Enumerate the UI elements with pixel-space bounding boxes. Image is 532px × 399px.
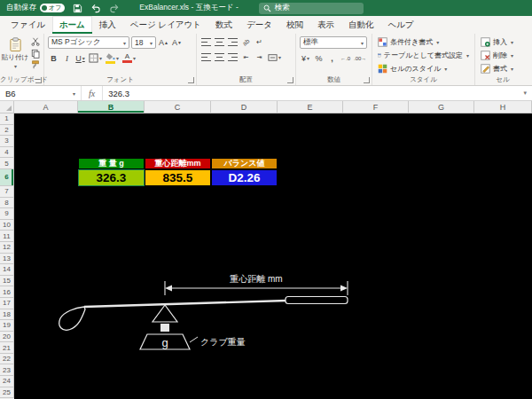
increase-decimal-button[interactable]: ←.0 xyxy=(340,52,351,64)
format-painter-button[interactable] xyxy=(29,59,41,70)
row-header-12[interactable]: 12 xyxy=(0,242,14,254)
row-header-17[interactable]: 17 xyxy=(0,298,14,309)
column-header-e[interactable]: E xyxy=(278,101,343,113)
row-header-20[interactable]: 20 xyxy=(0,332,14,343)
align-bottom-button[interactable] xyxy=(227,36,239,48)
insert-cells-button[interactable]: 挿入 ▾ xyxy=(479,36,527,49)
row-header-6[interactable]: 6 xyxy=(0,169,14,186)
name-box[interactable]: B6 ▾ xyxy=(0,86,82,100)
conditional-formatting-button[interactable]: 条件付き書式 ▾ xyxy=(376,36,471,49)
decrease-font-size-button[interactable]: A▼ xyxy=(171,37,183,49)
cell-B5[interactable]: 重 量 g xyxy=(78,158,145,169)
fill-color-button[interactable]: ▾ xyxy=(105,52,120,64)
row-header-1[interactable]: 1 xyxy=(0,113,14,125)
align-left-button[interactable] xyxy=(200,51,212,63)
sheet-canvas[interactable]: 重心距離 mm g クラブ重量 重 量 g重心距離mmバランス値326.3835… xyxy=(14,113,532,399)
row-header-5[interactable]: 5 xyxy=(0,158,14,169)
column-header-a[interactable]: A xyxy=(14,101,78,113)
align-right-button[interactable] xyxy=(227,51,239,63)
align-middle-button[interactable] xyxy=(214,36,225,48)
cell-styles-button[interactable]: セルのスタイル ▾ xyxy=(376,62,471,74)
tab-file[interactable]: ファイル xyxy=(4,16,52,34)
decrease-decimal-button[interactable]: .00→ xyxy=(353,52,367,64)
cell-D6[interactable]: D2.26 xyxy=(211,169,278,186)
clipboard-dialog-launcher[interactable] xyxy=(35,77,42,83)
save-button[interactable] xyxy=(71,2,83,14)
row-header-16[interactable]: 16 xyxy=(0,286,14,298)
format-cells-button[interactable]: 書式 ▾ xyxy=(479,62,527,74)
font-dialog-launcher[interactable] xyxy=(188,77,194,83)
delete-cells-button[interactable]: 削除 ▾ xyxy=(479,50,527,62)
comma-style-button[interactable]: , xyxy=(326,52,338,64)
format-as-table-button[interactable]: テーブルとして書式設定 ▾ xyxy=(376,50,471,62)
increase-indent-button[interactable]: ⇥ xyxy=(254,51,265,63)
column-header-g[interactable]: G xyxy=(409,101,474,113)
column-header-h[interactable]: H xyxy=(474,101,532,113)
row-header-24[interactable]: 24 xyxy=(0,376,14,387)
column-header-d[interactable]: D xyxy=(211,101,278,113)
row-header-3[interactable]: 3 xyxy=(0,136,14,147)
row-header-4[interactable]: 4 xyxy=(0,147,14,159)
row-header-8[interactable]: 8 xyxy=(0,198,14,209)
tab-review[interactable]: 校閲 xyxy=(279,16,310,34)
row-header-13[interactable]: 13 xyxy=(0,254,14,265)
alignment-dialog-launcher[interactable] xyxy=(287,77,293,83)
font-color-button[interactable]: A ▾ xyxy=(121,52,137,64)
borders-button[interactable]: ▾ xyxy=(88,52,103,64)
copy-button[interactable] xyxy=(29,48,41,59)
cut-button[interactable] xyxy=(29,36,41,47)
number-format-combo[interactable]: 標準 ▾ xyxy=(300,36,367,49)
cell-C6[interactable]: 835.5 xyxy=(145,169,211,186)
row-header-2[interactable]: 2 xyxy=(0,125,14,137)
column-header-b[interactable]: B xyxy=(78,101,145,113)
tab-view[interactable]: 表示 xyxy=(310,16,341,34)
row-header-18[interactable]: 18 xyxy=(0,309,14,321)
number-dialog-launcher[interactable] xyxy=(364,77,370,83)
row-header-14[interactable]: 14 xyxy=(0,264,14,276)
tab-data[interactable]: データ xyxy=(239,16,279,34)
row-header-19[interactable]: 19 xyxy=(0,320,14,332)
cell-B6[interactable]: 326.3 xyxy=(78,169,145,186)
percent-style-button[interactable]: % xyxy=(313,52,325,64)
row-header-9[interactable]: 9 xyxy=(0,208,14,220)
underline-button[interactable]: U▾ xyxy=(74,52,86,64)
row-header-25[interactable]: 25 xyxy=(0,387,14,399)
row-header-22[interactable]: 22 xyxy=(0,354,14,365)
column-header-f[interactable]: F xyxy=(343,101,409,113)
row-header-10[interactable]: 10 xyxy=(0,220,14,231)
cell-D5[interactable]: バランス値 xyxy=(211,158,278,169)
select-all-button[interactable] xyxy=(0,101,14,113)
wrap-text-button[interactable]: ↵ xyxy=(254,36,265,48)
increase-font-size-button[interactable]: A▲ xyxy=(158,37,169,49)
font-size-combo[interactable]: 18 ▾ xyxy=(131,36,156,49)
merge-center-button[interactable]: ▾ xyxy=(267,51,282,63)
row-header-11[interactable]: 11 xyxy=(0,231,14,242)
decrease-indent-button[interactable]: ⇤ xyxy=(240,51,252,63)
align-top-button[interactable] xyxy=(200,36,212,48)
paste-button[interactable]: 貼り付け ▾ xyxy=(4,36,27,74)
font-name-combo[interactable]: MS Pゴシック ▾ xyxy=(48,36,129,49)
autosave-toggle[interactable]: 自動保存 オフ xyxy=(6,3,65,13)
tab-help[interactable]: ヘルプ xyxy=(381,16,421,34)
row-header-23[interactable]: 23 xyxy=(0,364,14,376)
italic-button[interactable]: I xyxy=(61,52,73,64)
align-center-button[interactable] xyxy=(214,51,225,63)
insert-function-button[interactable]: fx xyxy=(82,89,102,98)
bold-button[interactable]: B xyxy=(48,52,59,64)
tab-formulas[interactable]: 数式 xyxy=(208,16,239,34)
tab-page-layout[interactable]: ページ レイアウト xyxy=(123,16,208,34)
row-header-7[interactable]: 7 xyxy=(0,186,14,198)
formula-input[interactable]: 326.3 xyxy=(102,86,518,100)
orientation-button[interactable]: ab xyxy=(238,34,254,50)
tab-automate[interactable]: 自動化 xyxy=(341,16,381,34)
formula-bar-expand-button[interactable]: ▾ xyxy=(518,90,532,97)
column-header-c[interactable]: C xyxy=(145,101,211,113)
currency-format-button[interactable]: ¥▾ xyxy=(300,52,311,64)
row-header-15[interactable]: 15 xyxy=(0,276,14,287)
cell-C5[interactable]: 重心距離mm xyxy=(145,158,211,169)
tab-home[interactable]: ホーム xyxy=(52,16,92,34)
tab-insert[interactable]: 挿入 xyxy=(92,16,123,34)
row-header-21[interactable]: 21 xyxy=(0,342,14,354)
undo-button[interactable] xyxy=(90,2,102,14)
redo-button[interactable] xyxy=(108,2,121,14)
